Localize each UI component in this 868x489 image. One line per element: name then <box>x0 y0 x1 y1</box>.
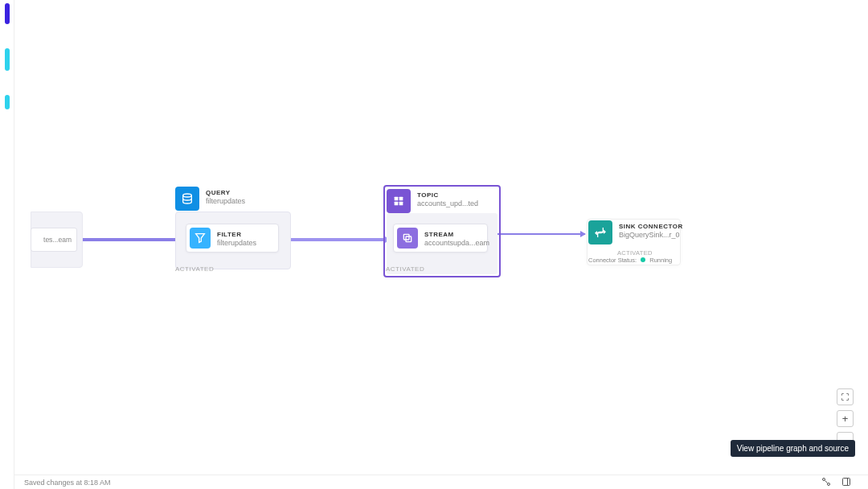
sidebar <box>0 0 14 489</box>
node-query-header[interactable]: QUERY filterupdates <box>175 187 245 211</box>
sidebar-indicator-2 <box>5 48 10 71</box>
svg-point-8 <box>827 483 829 486</box>
sidebar-indicator-3 <box>5 95 10 109</box>
panel-toggle-button[interactable] <box>838 476 854 487</box>
svg-rect-1 <box>395 197 399 201</box>
pipeline-graph-button[interactable] <box>818 476 833 487</box>
query-icon <box>175 187 199 211</box>
topic-name-label: accounts_upd...ted <box>417 199 478 208</box>
saved-status-text: Saved changes at 8:18 AM <box>24 479 111 487</box>
svg-rect-6 <box>406 236 411 242</box>
node-source-inner[interactable]: tes...eam <box>31 228 77 252</box>
topic-icon <box>387 189 411 213</box>
sink-name-label: BigQuerySink...r_0 <box>619 231 683 240</box>
filter-icon <box>190 228 211 249</box>
query-activated-label: ACTIVATED <box>175 265 214 273</box>
edge-filter-to-stream <box>280 238 390 241</box>
stream-type-label: STREAM <box>424 231 489 239</box>
sink-status-value: Running <box>649 257 672 264</box>
svg-rect-4 <box>399 202 403 206</box>
filter-type-label: FILTER <box>217 231 256 239</box>
zoom-in-button[interactable]: + <box>837 410 854 427</box>
query-type-label: QUERY <box>206 189 245 197</box>
sink-status-row: Connector Status: Running <box>588 257 672 264</box>
node-sink[interactable]: SINK CONNECTOR BigQuerySink...r_0 <box>588 220 683 244</box>
svg-rect-5 <box>403 234 409 240</box>
sidebar-indicator-1 <box>5 3 10 24</box>
tooltip-view-pipeline: View pipeline graph and source <box>731 440 855 457</box>
status-dot-icon <box>641 257 645 262</box>
sink-connector-icon <box>588 220 612 244</box>
query-name-label: filterupdates <box>206 197 245 206</box>
status-bar: Saved changes at 8:18 AM <box>14 475 868 489</box>
svg-point-0 <box>183 194 192 197</box>
svg-rect-9 <box>842 479 850 486</box>
filter-name-label: filterupdates <box>217 239 256 248</box>
topic-activated-label: ACTIVATED <box>386 265 424 273</box>
svg-rect-2 <box>399 197 403 201</box>
bottom-toolbar <box>818 476 854 487</box>
svg-rect-3 <box>395 202 399 206</box>
svg-point-7 <box>822 479 825 481</box>
node-stream[interactable]: STREAM accountsupda...eam <box>393 224 488 253</box>
sink-activated-label: ACTIVATED <box>617 249 653 257</box>
sink-type-label: SINK CONNECTOR <box>619 223 683 231</box>
node-filter[interactable]: FILTER filterupdates <box>186 224 279 253</box>
topic-type-label: TOPIC <box>417 191 478 199</box>
edge-source-to-filter <box>78 238 184 241</box>
node-topic-header[interactable]: TOPIC accounts_upd...ted <box>387 189 478 213</box>
stream-icon <box>397 228 418 249</box>
edge-stream-to-sink <box>489 233 585 235</box>
sink-status-key: Connector Status: <box>588 257 637 264</box>
recenter-button[interactable] <box>837 388 854 405</box>
node-source-name: tes...eam <box>43 236 72 244</box>
stream-name-label: accountsupda...eam <box>424 239 489 248</box>
pipeline-canvas[interactable]: tes...eam QUERY filterupdates FILTER fil… <box>14 0 868 475</box>
